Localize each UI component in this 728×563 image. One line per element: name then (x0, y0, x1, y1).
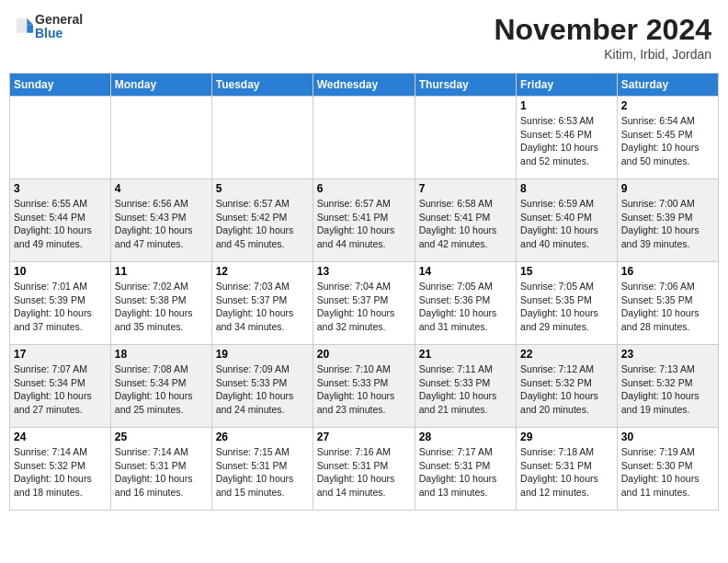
week-row-5: 24Sunrise: 7:14 AMSunset: 5:32 PMDayligh… (10, 428, 719, 511)
day-info: Sunrise: 7:05 AMSunset: 5:35 PMDaylight:… (520, 280, 613, 334)
logo-icon (17, 17, 33, 37)
day-cell: 18Sunrise: 7:08 AMSunset: 5:34 PMDayligh… (110, 345, 211, 428)
day-info: Sunrise: 6:58 AMSunset: 5:41 PMDaylight:… (419, 197, 512, 251)
day-info: Sunrise: 7:00 AMSunset: 5:39 PMDaylight:… (621, 197, 714, 251)
day-info: Sunrise: 7:05 AMSunset: 5:36 PMDaylight:… (419, 280, 512, 334)
day-info: Sunrise: 6:59 AMSunset: 5:40 PMDaylight:… (520, 197, 613, 251)
week-row-4: 17Sunrise: 7:07 AMSunset: 5:34 PMDayligh… (10, 345, 719, 428)
day-info: Sunrise: 7:06 AMSunset: 5:35 PMDaylight:… (621, 280, 714, 334)
day-info: Sunrise: 7:11 AMSunset: 5:33 PMDaylight:… (419, 362, 512, 417)
svg-marker-1 (27, 18, 33, 25)
day-number: 22 (520, 348, 613, 361)
day-info: Sunrise: 7:12 AMSunset: 5:32 PMDaylight:… (520, 362, 613, 417)
day-info: Sunrise: 7:02 AMSunset: 5:38 PMDaylight:… (115, 280, 208, 334)
day-info: Sunrise: 6:57 AMSunset: 5:42 PMDaylight:… (216, 197, 309, 251)
day-info: Sunrise: 7:16 AMSunset: 5:31 PMDaylight:… (317, 445, 411, 500)
week-row-3: 10Sunrise: 7:01 AMSunset: 5:39 PMDayligh… (10, 262, 719, 345)
day-cell: 27Sunrise: 7:16 AMSunset: 5:31 PMDayligh… (313, 428, 415, 511)
day-number: 26 (216, 431, 309, 443)
day-cell: 24Sunrise: 7:14 AMSunset: 5:32 PMDayligh… (10, 428, 111, 511)
day-info: Sunrise: 7:04 AMSunset: 5:37 PMDaylight:… (317, 280, 411, 334)
day-info: Sunrise: 6:54 AMSunset: 5:45 PMDaylight:… (621, 114, 714, 168)
weekday-header-row: SundayMondayTuesdayWednesdayThursdayFrid… (10, 74, 719, 97)
day-number: 2 (621, 99, 714, 112)
weekday-header-tuesday: Tuesday (211, 74, 313, 97)
day-cell: 21Sunrise: 7:11 AMSunset: 5:33 PMDayligh… (415, 345, 516, 428)
day-number: 4 (115, 182, 208, 195)
day-info: Sunrise: 6:55 AMSunset: 5:44 PMDaylight:… (14, 197, 107, 251)
day-info: Sunrise: 7:13 AMSunset: 5:32 PMDaylight:… (621, 362, 714, 417)
weekday-header-sunday: Sunday (10, 74, 111, 97)
day-cell: 16Sunrise: 7:06 AMSunset: 5:35 PMDayligh… (617, 262, 718, 345)
day-info: Sunrise: 7:10 AMSunset: 5:33 PMDaylight:… (317, 362, 411, 417)
day-info: Sunrise: 6:53 AMSunset: 5:46 PMDaylight:… (520, 114, 613, 168)
day-cell: 4Sunrise: 6:56 AMSunset: 5:43 PMDaylight… (110, 179, 211, 262)
day-cell: 20Sunrise: 7:10 AMSunset: 5:33 PMDayligh… (313, 345, 415, 428)
day-cell: 5Sunrise: 6:57 AMSunset: 5:42 PMDaylight… (211, 179, 313, 262)
day-cell: 10Sunrise: 7:01 AMSunset: 5:39 PMDayligh… (10, 262, 111, 345)
weekday-header-monday: Monday (110, 74, 211, 97)
day-info: Sunrise: 7:08 AMSunset: 5:34 PMDaylight:… (115, 362, 208, 417)
day-number: 1 (520, 99, 613, 112)
day-number: 27 (317, 431, 411, 443)
logo-blue-text: Blue (35, 27, 83, 40)
day-number: 30 (621, 431, 714, 443)
day-number: 3 (14, 182, 107, 195)
day-number: 18 (115, 348, 208, 361)
day-number: 16 (621, 265, 714, 278)
day-cell: 26Sunrise: 7:15 AMSunset: 5:31 PMDayligh… (211, 428, 313, 511)
day-number: 5 (216, 182, 309, 195)
day-cell: 7Sunrise: 6:58 AMSunset: 5:41 PMDaylight… (415, 179, 516, 262)
day-number: 17 (14, 348, 107, 361)
day-cell: 6Sunrise: 6:57 AMSunset: 5:41 PMDaylight… (313, 179, 415, 262)
weekday-header-wednesday: Wednesday (313, 74, 415, 97)
day-number: 7 (419, 182, 512, 195)
day-cell: 8Sunrise: 6:59 AMSunset: 5:40 PMDaylight… (517, 179, 618, 262)
day-cell: 25Sunrise: 7:14 AMSunset: 5:31 PMDayligh… (110, 428, 211, 511)
day-cell: 22Sunrise: 7:12 AMSunset: 5:32 PMDayligh… (517, 345, 618, 428)
day-info: Sunrise: 7:07 AMSunset: 5:34 PMDaylight:… (14, 362, 107, 417)
day-number: 13 (317, 265, 411, 278)
day-cell: 1Sunrise: 6:53 AMSunset: 5:46 PMDaylight… (517, 97, 618, 179)
day-info: Sunrise: 7:14 AMSunset: 5:31 PMDaylight:… (115, 445, 208, 500)
day-info: Sunrise: 7:19 AMSunset: 5:30 PMDaylight:… (621, 445, 714, 500)
day-cell (313, 97, 415, 179)
logo: General Blue (17, 13, 83, 41)
day-cell: 15Sunrise: 7:05 AMSunset: 5:35 PMDayligh… (517, 262, 618, 345)
day-info: Sunrise: 6:57 AMSunset: 5:41 PMDaylight:… (317, 197, 411, 251)
day-number: 29 (520, 431, 613, 443)
logo-text: General Blue (35, 13, 83, 41)
weekday-header-saturday: Saturday (617, 74, 718, 97)
svg-rect-2 (27, 25, 33, 33)
day-number: 6 (317, 182, 411, 195)
day-cell: 14Sunrise: 7:05 AMSunset: 5:36 PMDayligh… (415, 262, 516, 345)
day-info: Sunrise: 7:03 AMSunset: 5:37 PMDaylight:… (216, 280, 309, 334)
day-cell: 17Sunrise: 7:07 AMSunset: 5:34 PMDayligh… (10, 345, 111, 428)
logo-general-text: General (35, 13, 83, 27)
day-info: Sunrise: 6:56 AMSunset: 5:43 PMDaylight:… (115, 197, 208, 251)
day-cell: 29Sunrise: 7:18 AMSunset: 5:31 PMDayligh… (517, 428, 618, 511)
page-header: General Blue November 2024 Kitim, Irbid,… (9, 9, 719, 65)
day-cell: 30Sunrise: 7:19 AMSunset: 5:30 PMDayligh… (617, 428, 718, 511)
day-cell (110, 97, 211, 179)
day-number: 14 (419, 265, 512, 278)
location-text: Kitim, Irbid, Jordan (494, 47, 711, 62)
day-number: 19 (216, 348, 309, 361)
day-number: 12 (216, 265, 309, 278)
day-number: 24 (14, 431, 107, 443)
day-cell: 28Sunrise: 7:17 AMSunset: 5:31 PMDayligh… (415, 428, 516, 511)
day-info: Sunrise: 7:15 AMSunset: 5:31 PMDaylight:… (216, 445, 309, 500)
day-cell: 2Sunrise: 6:54 AMSunset: 5:45 PMDaylight… (617, 97, 718, 179)
day-number: 11 (115, 265, 208, 278)
svg-rect-0 (17, 18, 27, 33)
title-block: November 2024 Kitim, Irbid, Jordan (494, 13, 711, 62)
day-number: 21 (419, 348, 512, 361)
day-number: 9 (621, 182, 714, 195)
day-number: 8 (520, 182, 613, 195)
day-number: 15 (520, 265, 613, 278)
day-number: 23 (621, 348, 714, 361)
day-cell: 13Sunrise: 7:04 AMSunset: 5:37 PMDayligh… (313, 262, 415, 345)
day-cell: 23Sunrise: 7:13 AMSunset: 5:32 PMDayligh… (617, 345, 718, 428)
day-number: 28 (419, 431, 512, 443)
day-cell: 11Sunrise: 7:02 AMSunset: 5:38 PMDayligh… (110, 262, 211, 345)
